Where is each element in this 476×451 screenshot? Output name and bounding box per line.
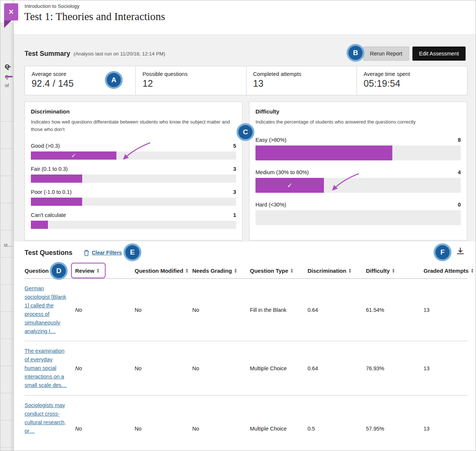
stat-value: 05:19:54 (364, 78, 460, 89)
column-header-question-type[interactable]: Question Type ▲▼ (250, 268, 308, 274)
review-cell: No (75, 307, 135, 313)
question-cell: The examination of everyday human social… (25, 341, 75, 395)
background-row-lines (0, 121, 13, 451)
discrimination-cell: 0.64 (308, 365, 366, 371)
stat-completed-attempts: Completed attempts 13 (246, 66, 357, 95)
question-type-cell: Fill in the Blank (250, 307, 308, 313)
bar-track (255, 145, 461, 160)
close-button[interactable]: × (4, 3, 18, 20)
page-title: Test 1: Theories and Interactions (24, 10, 165, 23)
analysis-timestamp: (Analysis last run on 11/20/18, 12:14 PM… (74, 51, 165, 57)
bar-count: 0 (458, 202, 461, 208)
graded-attempts-cell: 13 (424, 426, 467, 432)
bar-label: Can't calculate (31, 212, 66, 218)
review-cell: No (75, 426, 135, 432)
bar-fill (31, 175, 82, 183)
bar-track: ✓ (255, 178, 461, 193)
needs-grading-cell: No (192, 365, 250, 371)
annotation-badge-e: E (123, 243, 141, 261)
question-link[interactable]: Sociologists may conduct cross-cultural … (25, 402, 66, 434)
bar-fill: ✓ (255, 178, 324, 193)
bar-fill (255, 145, 392, 160)
sort-down-icon: ▼ (186, 271, 188, 274)
annotation-badge-b: B (347, 44, 364, 62)
bar-count: 8 (458, 137, 461, 143)
question-modified-cell: No (135, 365, 192, 371)
bar-label: Medium (30% to 80%) (255, 169, 309, 175)
discrimination-cell: 0.64 (308, 307, 366, 313)
bar-fill (31, 198, 82, 206)
stat-label: Average time spent (364, 71, 460, 77)
test-analysis-panel: Introduction to Sociology Test 1: Theori… (13, 0, 476, 451)
trash-icon (84, 250, 89, 256)
review-cell: No (75, 365, 135, 371)
bar-count: 5 (233, 143, 236, 149)
column-header-graded-attempts[interactable]: Graded Attempts ▲▼ (424, 268, 473, 274)
sort-down-icon: ▼ (349, 271, 351, 274)
question-modified-cell: No (135, 426, 192, 432)
questions-header-row: Test Questions Clear Filters (25, 246, 122, 259)
column-header-review[interactable]: Review ▲▼ (75, 268, 135, 274)
question-link[interactable]: The examination of everyday human social… (25, 348, 67, 388)
sort-icon: ▲▼ (471, 268, 473, 274)
rerun-report-button[interactable]: Rerun Report (363, 47, 409, 61)
bar-track (255, 210, 461, 225)
bar-row-medium: Medium (30% to 80%) 4 ✓ (255, 169, 461, 193)
clear-filters-link[interactable]: Clear Filters (84, 250, 122, 256)
graded-attempts-cell: 13 (424, 307, 467, 313)
table-row: Sociologists may conduct cross-cultural … (25, 396, 467, 451)
background-fragment: st… (4, 242, 12, 248)
column-header-discrimination[interactable]: Discrimination ▲▼ (308, 268, 366, 274)
bar-row-hard: Hard (<30%) 0 (255, 202, 461, 225)
bar-count: 3 (233, 166, 236, 172)
question-modified-cell: No (135, 307, 192, 313)
question-link[interactable]: German sociologist [Blank 1] called the … (25, 285, 66, 334)
bar-row-easy: Easy (>80%) 8 (255, 137, 461, 160)
table-header-row: Question ▲▼ Review ▲▼ Question Modified … (25, 263, 467, 279)
summary-heading: Test Summary (25, 50, 70, 58)
screenshot-root: Q Q of st… Introduction to Sociology Tes… (0, 0, 476, 451)
bar-track (31, 198, 236, 206)
bar-count: 1 (233, 212, 236, 218)
download-report-button[interactable] (455, 246, 466, 258)
course-name: Introduction to Sociology (25, 3, 80, 9)
sort-icon: ▲▼ (349, 268, 351, 274)
panel-header: Introduction to Sociology Test 1: Theori… (14, 0, 476, 34)
sort-down-icon: ▼ (291, 271, 293, 274)
annotation-badge-a: A (105, 71, 123, 89)
difficulty-title: Difficulty (255, 108, 461, 115)
annotation-badge-c: C (237, 123, 254, 141)
summary-header-row: Test Summary (Analysis last run on 11/20… (25, 46, 466, 61)
download-icon (456, 247, 465, 256)
bar-label: Fair (0.1 to 0.3) (31, 166, 68, 172)
bar-track: ✓ (31, 151, 236, 160)
discrimination-cell: 0.5 (308, 426, 366, 432)
stat-average-time-spent: Average time spent 05:19:54 (357, 66, 467, 95)
sort-icon: ▲▼ (235, 268, 237, 274)
column-header-difficulty[interactable]: Difficulty ▲▼ (366, 268, 424, 274)
table-row: German sociologist [Blank 1] called the … (25, 279, 467, 341)
edit-assessment-button[interactable]: Edit Assessment (412, 47, 466, 61)
needs-grading-cell: No (192, 307, 250, 313)
stat-possible-questions: Possible questions 12 (135, 66, 246, 95)
bar-fill: ✓ (31, 151, 116, 160)
question-cell: German sociologist [Blank 1] called the … (25, 279, 75, 341)
sort-down-icon: ▼ (97, 271, 99, 274)
question-type-cell: Multiple Choice (250, 365, 308, 371)
difficulty-card: Difficulty Indicates the percentage of s… (249, 102, 467, 240)
sort-icon: ▲▼ (392, 268, 394, 274)
bar-count: 4 (458, 169, 461, 175)
column-header-needs-grading[interactable]: Needs Grading ▲▼ (192, 268, 250, 274)
difficulty-description: Indicates the percentage of students who… (255, 118, 461, 126)
sort-down-icon: ▼ (235, 271, 237, 274)
questions-table: Question ▲▼ Review ▲▼ Question Modified … (25, 263, 467, 451)
column-header-question-modified[interactable]: Question Modified ▲▼ (135, 268, 192, 274)
summary-stats-bar: Average score 92.4 / 145 Possible questi… (25, 66, 467, 95)
sort-down-icon: ▼ (392, 271, 394, 274)
difficulty-cell: 76.93% (366, 365, 424, 371)
bar-row-cant-calculate: Can't calculate 1 (31, 212, 236, 229)
close-icon: × (9, 7, 14, 17)
difficulty-cell: 57.95% (366, 426, 424, 432)
table-row: The examination of everyday human social… (25, 341, 467, 396)
questions-heading: Test Questions (25, 249, 73, 257)
